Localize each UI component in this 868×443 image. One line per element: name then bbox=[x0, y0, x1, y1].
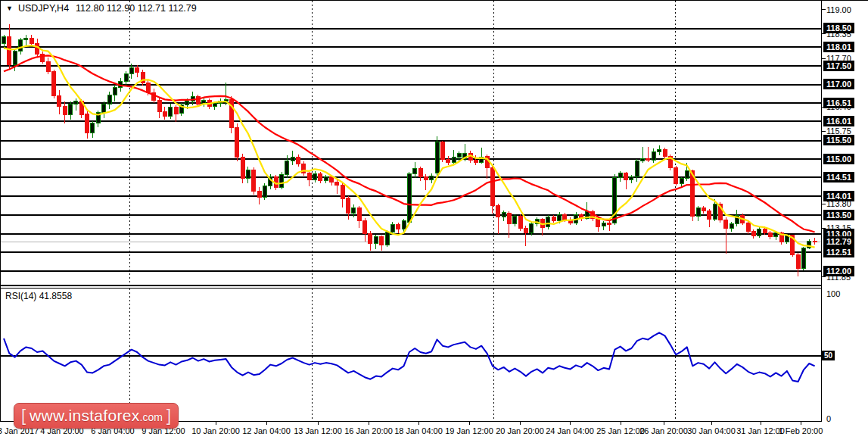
candle bbox=[58, 95, 61, 106]
candle bbox=[347, 198, 350, 214]
candle bbox=[502, 212, 506, 217]
candle bbox=[241, 158, 244, 179]
ohlc-values: 112.80 112.90 112.71 112.79 bbox=[76, 3, 197, 14]
candle bbox=[374, 237, 378, 243]
logo-suffix: .com bbox=[140, 411, 163, 423]
candle bbox=[518, 216, 522, 228]
candle bbox=[285, 161, 289, 175]
chart-canvas[interactable] bbox=[0, 0, 868, 443]
symbol-dropdown-icon[interactable]: ▼ bbox=[6, 5, 13, 12]
chart-title-bar: ▼USDJPY,H4112.80 112.90 112.71 112.79 bbox=[6, 3, 197, 14]
candle bbox=[229, 99, 233, 127]
candle bbox=[558, 214, 562, 220]
candle bbox=[102, 104, 106, 112]
candle bbox=[163, 111, 166, 116]
candle bbox=[435, 142, 439, 173]
candle bbox=[196, 96, 200, 104]
candle bbox=[257, 191, 261, 197]
candle bbox=[813, 242, 817, 242]
candle bbox=[86, 114, 89, 133]
candle bbox=[507, 214, 511, 223]
candle bbox=[758, 229, 761, 236]
candle bbox=[763, 229, 767, 233]
candle bbox=[474, 160, 478, 162]
candle bbox=[496, 206, 500, 217]
candle bbox=[413, 169, 417, 174]
candle bbox=[2, 36, 6, 43]
candle bbox=[129, 67, 133, 73]
candle bbox=[324, 177, 328, 181]
candle bbox=[363, 221, 367, 234]
candle bbox=[457, 154, 461, 158]
candle bbox=[235, 127, 239, 158]
candle bbox=[702, 207, 705, 211]
candle bbox=[30, 38, 33, 43]
candle bbox=[418, 169, 422, 177]
candle bbox=[630, 177, 633, 180]
candle bbox=[169, 107, 173, 116]
candle bbox=[319, 174, 322, 181]
candle bbox=[146, 83, 150, 92]
candle bbox=[680, 179, 683, 183]
candle bbox=[46, 62, 50, 71]
candle bbox=[13, 51, 17, 65]
candle bbox=[135, 67, 139, 72]
candle bbox=[751, 232, 755, 236]
candle bbox=[768, 233, 772, 237]
candle bbox=[330, 177, 334, 183]
candle bbox=[380, 237, 384, 245]
candle bbox=[297, 158, 300, 164]
candle bbox=[24, 38, 28, 39]
candle bbox=[213, 103, 216, 106]
candle bbox=[608, 223, 611, 225]
candle bbox=[646, 158, 650, 161]
candle bbox=[513, 216, 517, 223]
candle bbox=[390, 225, 394, 232]
candle bbox=[247, 170, 250, 179]
candle bbox=[652, 151, 655, 160]
symbol-period-label: USDJPY,H4 bbox=[18, 3, 69, 14]
candle bbox=[107, 95, 111, 104]
candle bbox=[602, 223, 605, 226]
candle bbox=[635, 161, 639, 177]
candle bbox=[19, 39, 23, 51]
candle bbox=[263, 186, 267, 198]
candle bbox=[674, 167, 678, 183]
candle bbox=[69, 104, 73, 115]
candle bbox=[357, 207, 361, 220]
candle bbox=[113, 87, 117, 95]
candle bbox=[252, 170, 256, 191]
candle bbox=[446, 159, 450, 162]
candle bbox=[490, 167, 494, 206]
candle bbox=[74, 101, 78, 105]
candle bbox=[730, 224, 733, 229]
candle bbox=[369, 234, 372, 243]
candle bbox=[658, 150, 661, 152]
candle bbox=[746, 223, 750, 232]
candle bbox=[440, 142, 444, 159]
candle bbox=[424, 177, 428, 180]
candle bbox=[530, 223, 534, 233]
logo-bracket-left: [ bbox=[17, 406, 30, 426]
candle bbox=[335, 183, 339, 186]
candle bbox=[313, 174, 317, 179]
candle bbox=[524, 228, 528, 232]
candle bbox=[552, 217, 555, 221]
candle bbox=[63, 106, 67, 115]
candle bbox=[307, 173, 311, 179]
candle bbox=[280, 175, 284, 187]
trading-chart-window: ▼USDJPY,H4112.80 112.90 112.71 112.79 RS… bbox=[0, 0, 868, 443]
candle bbox=[385, 232, 389, 245]
candle bbox=[430, 176, 434, 179]
candle bbox=[774, 233, 778, 237]
rsi-indicator-label: RSI(14) 41.8558 bbox=[5, 291, 72, 301]
logo-bracket-right: ] bbox=[163, 406, 175, 426]
candle bbox=[452, 158, 456, 162]
candle bbox=[352, 207, 356, 213]
candle bbox=[124, 74, 128, 82]
candle bbox=[641, 158, 645, 161]
candle bbox=[663, 150, 667, 156]
candle bbox=[397, 225, 400, 229]
candle bbox=[546, 217, 550, 227]
candle bbox=[8, 36, 11, 65]
